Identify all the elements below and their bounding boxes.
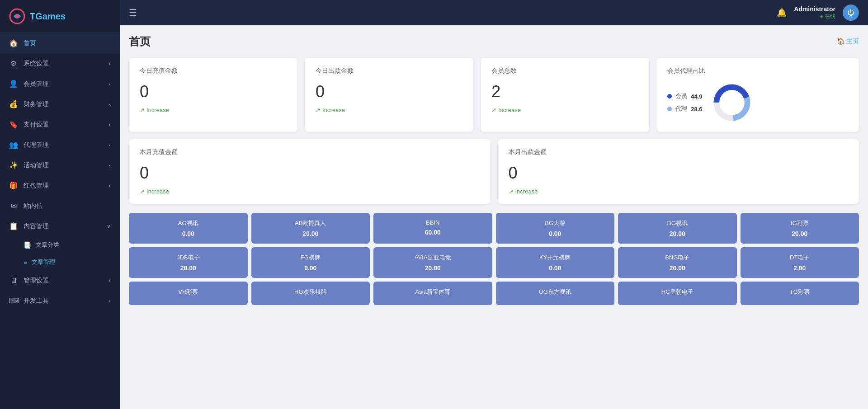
nav-icon-system: ⚙ <box>9 59 18 68</box>
sidebar-item-system[interactable]: ⚙系统设置‹ <box>0 53 120 74</box>
game-name-1: AB欧博真人 <box>256 219 366 227</box>
game-name-10: BNG电子 <box>623 254 732 262</box>
nav-icon-agent: 👥 <box>9 141 18 149</box>
nav-label-home: 首页 <box>24 39 36 47</box>
sidebar-logo: TGames <box>0 0 120 33</box>
app-name: TGames <box>30 11 66 22</box>
sidebar: TGames 🏠首页⚙系统设置‹👤会员管理‹💰财务管理‹🔖支付设置‹👥代理管理‹… <box>0 0 120 409</box>
logo-icon <box>9 8 25 24</box>
sidebar-item-message[interactable]: ✉站内信 <box>0 196 120 216</box>
nav-label-payment: 支付设置 <box>24 121 49 129</box>
game-value-11: 2.00 <box>745 264 855 272</box>
donut-chart-card: 会员代理占比 会员 44.9 代理 28.6 <box>656 58 859 132</box>
game-card-13[interactable]: HG欢乐棋牌 <box>251 282 370 305</box>
game-card-1[interactable]: AB欧博真人20.00 <box>251 213 370 244</box>
game-value-3: 0.00 <box>500 230 610 237</box>
nav-icon-payment: 🔖 <box>9 120 18 129</box>
game-name-6: JDB电子 <box>133 254 243 262</box>
game-card-10[interactable]: BNG电子20.00 <box>618 247 737 278</box>
legend-agent-value: 28.6 <box>691 106 702 113</box>
today-recharge-value: 0 <box>140 82 287 101</box>
game-name-17: TG彩票 <box>745 288 855 296</box>
nav-icon-home: 🏠 <box>9 39 18 47</box>
game-card-6[interactable]: JDB电子20.00 <box>129 247 248 278</box>
breadcrumb[interactable]: 🏠 主页 <box>837 38 859 46</box>
sidebar-item-home[interactable]: 🏠首页 <box>0 33 120 53</box>
month-withdraw-increase: ↗ Increase <box>509 188 849 195</box>
today-withdraw-value: 0 <box>316 82 462 101</box>
notification-bell-icon[interactable]: 🔔 <box>777 8 787 18</box>
game-card-11[interactable]: DT电子2.00 <box>741 247 859 278</box>
sidebar-item-finance[interactable]: 💰财务管理‹ <box>0 94 120 114</box>
game-card-7[interactable]: FG棋牌0.00 <box>251 247 370 278</box>
month-withdraw-label: 本月出款金额 <box>509 148 849 156</box>
nav-arrow-agent: ‹ <box>109 142 111 148</box>
increase-arrow-icon: ↗ <box>509 188 514 195</box>
game-name-8: AVIA泛亚电竞 <box>378 254 488 262</box>
legend-agent: 代理 28.6 <box>667 105 702 113</box>
sub-icon-article-cat: 📑 <box>24 241 31 249</box>
sidebar-item-payment[interactable]: 🔖支付设置‹ <box>0 114 120 135</box>
user-name: Administrator <box>794 5 835 13</box>
nav-label-admin-setting: 管理设置 <box>24 277 49 285</box>
increase-label: Increase <box>322 107 345 113</box>
nav-icon-dev-tools: ⌨ <box>9 296 18 305</box>
sub-icon-article-mgr: ≡ <box>24 259 27 266</box>
sidebar-item-admin-setting[interactable]: 🖥管理设置‹ <box>0 271 120 291</box>
sidebar-item-redpack[interactable]: 🎁红包管理‹ <box>0 175 120 196</box>
nav-arrow-finance: ‹ <box>109 101 111 108</box>
game-card-14[interactable]: Asia新宝体育 <box>373 282 492 305</box>
sidebar-item-activity[interactable]: ✨活动管理‹ <box>0 155 120 175</box>
today-recharge-increase: ↗ Increase <box>140 107 287 113</box>
donut-chart-svg <box>712 82 752 123</box>
game-card-15[interactable]: OG东方视讯 <box>496 282 615 305</box>
total-members-value: 2 <box>491 82 638 101</box>
game-card-2[interactable]: BBIN60.00 <box>373 213 492 244</box>
nav-icon-member: 👤 <box>9 80 18 88</box>
game-name-13: HG欢乐棋牌 <box>256 288 366 296</box>
month-recharge-card: 本月充值金额 0 ↗ Increase <box>129 139 491 204</box>
month-recharge-increase: ↗ Increase <box>140 188 480 195</box>
increase-label: Increase <box>146 107 169 113</box>
today-withdraw-card: 今日出款金额 0 ↗ Increase <box>305 58 473 132</box>
sidebar-item-content[interactable]: 📋内容管理∨ <box>0 216 120 236</box>
stats-row-2: 本月充值金额 0 ↗ Increase 本月出款金额 0 ↗ Increase <box>129 139 859 204</box>
game-value-4: 20.00 <box>623 230 732 237</box>
game-card-4[interactable]: DG视讯20.00 <box>618 213 737 244</box>
sidebar-item-agent[interactable]: 👥代理管理‹ <box>0 135 120 155</box>
game-value-1: 20.00 <box>256 230 366 237</box>
stats-row-1: 今日充值金额 0 ↗ Increase 今日出款金额 0 ↗ Increase … <box>129 58 859 132</box>
menu-toggle-button[interactable]: ☰ <box>129 7 137 18</box>
sidebar-sub-item-article-cat[interactable]: 📑文章分类 <box>0 236 120 254</box>
sidebar-item-member[interactable]: 👤会员管理‹ <box>0 74 120 94</box>
game-card-8[interactable]: AVIA泛亚电竞20.00 <box>373 247 492 278</box>
game-card-3[interactable]: BG大游0.00 <box>496 213 615 244</box>
top-header: ☰ 🔔 Administrator 在线 ⏻ <box>120 0 868 25</box>
breadcrumb-label: 主页 <box>846 38 859 45</box>
increase-arrow-icon: ↗ <box>491 107 496 113</box>
game-value-10: 20.00 <box>623 264 732 272</box>
today-recharge-card: 今日充值金额 0 ↗ Increase <box>129 58 297 132</box>
game-card-5[interactable]: IG彩票20.00 <box>741 213 859 244</box>
game-name-14: Asia新宝体育 <box>378 288 488 296</box>
game-name-15: OG东方视讯 <box>500 288 610 296</box>
page-header: 首页 🏠 主页 <box>129 34 859 49</box>
game-card-12[interactable]: VR彩票 <box>129 282 248 305</box>
sub-label-article-cat: 文章分类 <box>36 241 59 249</box>
nav-label-message: 站内信 <box>24 202 42 210</box>
game-card-9[interactable]: KY开元棋牌0.00 <box>496 247 615 278</box>
page-content: 首页 🏠 主页 今日充值金额 0 ↗ Increase 今日出款金额 0 <box>120 25 868 409</box>
game-card-17[interactable]: TG彩票 <box>741 282 859 305</box>
game-name-0: AG视讯 <box>133 219 243 227</box>
game-card-16[interactable]: HC皇朝电子 <box>618 282 737 305</box>
sidebar-item-dev-tools[interactable]: ⌨开发工具‹ <box>0 291 120 311</box>
month-recharge-label: 本月充值金额 <box>140 148 480 156</box>
nav-arrow-dev-tools: ‹ <box>109 298 111 304</box>
nav-icon-content: 📋 <box>9 222 18 230</box>
logout-button[interactable]: ⏻ <box>843 5 859 21</box>
sidebar-sub-item-article-mgr[interactable]: ≡文章管理 <box>0 254 120 271</box>
game-card-0[interactable]: AG视讯0.00 <box>129 213 248 244</box>
sidebar-nav: 🏠首页⚙系统设置‹👤会员管理‹💰财务管理‹🔖支付设置‹👥代理管理‹✨活动管理‹🎁… <box>0 33 120 311</box>
nav-label-activity: 活动管理 <box>24 161 49 169</box>
game-name-12: VR彩票 <box>133 288 243 296</box>
